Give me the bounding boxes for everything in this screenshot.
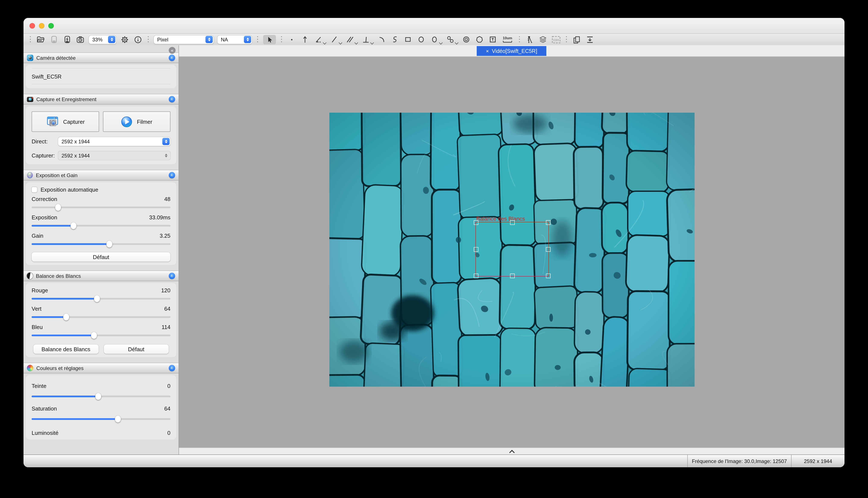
concentric-circles-tool-icon[interactable] (461, 35, 471, 44)
roi-handle[interactable] (546, 220, 551, 225)
na-select[interactable]: NA (217, 35, 252, 44)
slider-thumb[interactable] (63, 314, 69, 320)
chevron-down-icon (323, 41, 327, 44)
sidebar-collapse-icon[interactable] (169, 47, 176, 54)
slider-thumb[interactable] (115, 416, 121, 422)
polygon-tool-icon[interactable] (475, 35, 484, 44)
slider-thumb[interactable] (94, 295, 100, 302)
collapse-panel-icon[interactable] (169, 55, 175, 61)
panel-camera-header[interactable]: Caméra détectée (24, 52, 179, 63)
roi-handle[interactable] (546, 274, 551, 278)
panel-white-balance-body: Rouge120 Vert64 Bleu114 Ba (26, 283, 176, 357)
stepper-icon (162, 152, 169, 159)
chevron-up-icon (509, 449, 514, 455)
circle-pair-tool-icon[interactable] (446, 35, 455, 44)
import-to-canvas-icon[interactable] (585, 35, 595, 44)
live-video-view[interactable]: Balance des Blancs (329, 113, 694, 386)
rectangle-tool-icon[interactable] (403, 35, 413, 44)
record-button[interactable]: Filmer (103, 112, 170, 132)
slider-thumb[interactable] (91, 332, 97, 339)
arc-tool-icon[interactable] (377, 35, 386, 44)
csv-export-icon[interactable]: CSV (551, 35, 561, 44)
ellipse-variant-tool-icon[interactable] (430, 35, 439, 44)
roi-handle[interactable] (474, 220, 478, 225)
cursor-tool-icon[interactable] (263, 35, 276, 44)
live-resolution-value: 2592 x 1944 (62, 139, 160, 144)
divider (31, 84, 170, 85)
stepper-icon[interactable] (162, 138, 169, 145)
canvas-area[interactable]: Balance des Blancs (179, 57, 844, 448)
panel-exposure-header[interactable]: +− Exposition et Gain (24, 170, 179, 181)
white-balance-button[interactable]: Balance des Blancs (33, 344, 99, 354)
resolution-status: 2592 x 1944 (791, 455, 844, 467)
curve-tool-icon[interactable] (390, 35, 399, 44)
info-icon[interactable] (133, 35, 143, 44)
collapse-panel-icon[interactable] (169, 172, 175, 179)
timed-capture-icon[interactable] (76, 35, 85, 44)
panel-colors-header[interactable]: Couleurs et réglages (24, 363, 179, 374)
line-tool-icon[interactable] (329, 35, 339, 44)
auto-exposure-checkbox[interactable] (31, 187, 37, 193)
capture-button[interactable]: Capturer (31, 112, 99, 132)
panel-camera: Caméra détectée Swift_EC5R (24, 52, 179, 88)
chevron-down-icon (355, 41, 358, 44)
arrow-tool-icon[interactable] (300, 35, 310, 44)
stepper-icon[interactable] (108, 36, 115, 43)
blue-slider[interactable] (31, 331, 170, 339)
layers-icon[interactable] (538, 35, 548, 44)
angle-tool-icon[interactable] (314, 35, 323, 44)
measure-calipers-icon[interactable] (525, 35, 534, 44)
slider-thumb[interactable] (95, 393, 101, 400)
open-file-icon[interactable] (36, 35, 45, 44)
white-balance-roi[interactable]: Balance des Blancs (475, 222, 549, 276)
correction-slider[interactable] (31, 204, 170, 211)
roi-handle[interactable] (546, 247, 551, 252)
roi-handle[interactable] (510, 220, 515, 225)
text-tool-icon[interactable] (488, 35, 497, 44)
save-icon[interactable] (49, 35, 59, 44)
close-tab-icon[interactable]: × (486, 48, 489, 54)
exposure-slider[interactable] (31, 222, 170, 230)
slider-thumb[interactable] (55, 204, 61, 211)
point-tool-icon[interactable] (287, 35, 296, 44)
slider-track[interactable] (31, 207, 170, 208)
na-select-value: NA (221, 37, 241, 42)
stepper-icon[interactable] (244, 36, 251, 43)
panel-capture-header[interactable]: Capture et Enregistrement (24, 94, 179, 105)
collapse-panel-icon[interactable] (169, 365, 175, 371)
slider-thumb[interactable] (70, 222, 76, 229)
saturation-slider[interactable] (31, 415, 170, 423)
red-slider[interactable] (31, 295, 170, 303)
perpendicular-tool-icon[interactable] (361, 35, 370, 44)
save-flash-icon[interactable] (62, 35, 72, 44)
slider-thumb[interactable] (106, 241, 112, 248)
unit-select-value: Pixel (157, 37, 203, 42)
green-slider[interactable] (31, 313, 170, 321)
hue-slider[interactable] (31, 393, 170, 400)
stepper-icon[interactable] (205, 36, 213, 43)
close-window-button[interactable] (29, 23, 35, 29)
settings-gear-icon[interactable] (120, 35, 129, 44)
snap-resolution-select[interactable]: 2592 x 1944 (58, 151, 170, 160)
duplicate-image-icon[interactable] (572, 35, 582, 44)
ellipse-tool-icon[interactable] (417, 35, 426, 44)
unit-select[interactable]: Pixel (154, 35, 214, 44)
panel-white-balance-header[interactable]: Balance des Blancs (24, 271, 179, 281)
scale-bar-tool-icon[interactable]: 10um (501, 35, 514, 44)
white-balance-default-button[interactable]: Défaut (104, 344, 169, 354)
video-tab[interactable]: × Vidéo[Swift_EC5R] (477, 46, 546, 56)
collapse-panel-icon[interactable] (169, 96, 175, 102)
live-resolution-select[interactable]: 2592 x 1944 (58, 137, 170, 146)
gain-slider[interactable] (31, 240, 170, 248)
titlebar[interactable] (24, 18, 844, 34)
roi-handle[interactable] (510, 274, 515, 278)
collapse-panel-icon[interactable] (169, 273, 175, 279)
roi-handle[interactable] (474, 274, 478, 278)
parallel-lines-tool-icon[interactable] (345, 35, 355, 44)
zoom-level-select[interactable]: 33% (89, 35, 116, 44)
exposure-default-button[interactable]: Défaut (31, 252, 170, 262)
roi-handle[interactable] (474, 247, 478, 252)
zoom-window-button[interactable] (48, 23, 54, 29)
minimize-window-button[interactable] (39, 23, 44, 29)
bottom-collapse-strip[interactable] (179, 448, 844, 455)
